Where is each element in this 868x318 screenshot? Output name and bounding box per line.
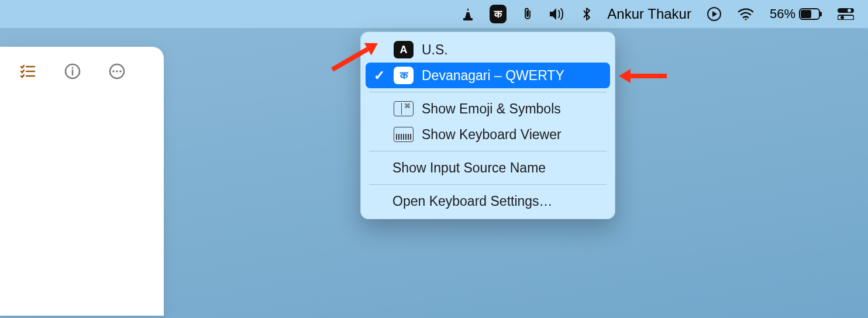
keyboard-badge-icon: क (394, 67, 414, 84)
svg-point-3 (745, 19, 746, 20)
attachment-icon[interactable] (522, 6, 533, 22)
bluetooth-icon[interactable] (581, 6, 592, 22)
svg-rect-8 (838, 15, 854, 20)
svg-point-16 (119, 70, 122, 72)
wifi-icon[interactable] (737, 8, 755, 20)
battery-icon (799, 8, 822, 20)
battery-percent-label: 56% (770, 6, 795, 22)
menu-separator (369, 92, 607, 92)
vlc-icon[interactable] (461, 7, 474, 21)
svg-point-9 (848, 9, 851, 12)
more-icon[interactable] (109, 63, 125, 80)
show-input-source-name-item[interactable]: Show Input Source Name (361, 155, 615, 181)
svg-rect-7 (838, 8, 854, 13)
app-toolbar (0, 47, 164, 96)
svg-rect-1 (467, 11, 470, 12)
svg-rect-5 (801, 10, 811, 18)
battery-menubar-item[interactable]: 56% (770, 6, 822, 22)
open-keyboard-settings-item[interactable]: Open Keyboard Settings… (361, 188, 615, 214)
svg-point-15 (116, 70, 118, 72)
control-center-icon[interactable] (838, 8, 854, 20)
menu-label: Open Keyboard Settings… (392, 193, 553, 209)
menubar: क Ankur Thakur 56% (0, 0, 868, 28)
keyboard-badge-icon: A (394, 41, 414, 58)
checklist-icon[interactable] (20, 63, 36, 80)
volume-icon[interactable] (549, 7, 566, 21)
menu-separator (369, 184, 607, 185)
input-source-label: Devanagari – QWERTY (422, 68, 564, 84)
show-emoji-item[interactable]: Show Emoji & Symbols (361, 96, 615, 122)
svg-point-14 (112, 70, 115, 72)
menu-separator (369, 151, 607, 151)
svg-rect-6 (820, 12, 822, 16)
input-source-label: U.S. (422, 42, 448, 58)
show-keyboard-viewer-item[interactable]: Show Keyboard Viewer (361, 122, 615, 147)
app-window (0, 47, 164, 316)
input-source-menubar-icon[interactable]: क (490, 5, 507, 23)
annotation-arrow (619, 69, 667, 83)
svg-rect-0 (463, 18, 473, 20)
username-menubar-item[interactable]: Ankur Thakur (607, 6, 691, 22)
info-icon[interactable] (64, 63, 81, 80)
keyboard-viewer-icon (394, 127, 414, 142)
input-source-glyph: क (494, 8, 502, 20)
now-playing-icon[interactable] (707, 6, 722, 22)
menu-label: Show Input Source Name (392, 160, 546, 176)
svg-point-10 (841, 16, 844, 19)
input-source-dropdown: A U.S. ✓ क Devanagari – QWERTY Show Emoj… (360, 32, 615, 219)
character-viewer-icon (394, 101, 414, 116)
checkmark-icon: ✓ (373, 68, 385, 84)
svg-point-12 (72, 67, 74, 69)
input-source-item-us[interactable]: A U.S. (361, 37, 615, 63)
menu-label: Show Keyboard Viewer (422, 127, 562, 143)
menu-label: Show Emoji & Symbols (422, 101, 561, 117)
input-source-item-devanagari[interactable]: ✓ क Devanagari – QWERTY (366, 63, 610, 88)
